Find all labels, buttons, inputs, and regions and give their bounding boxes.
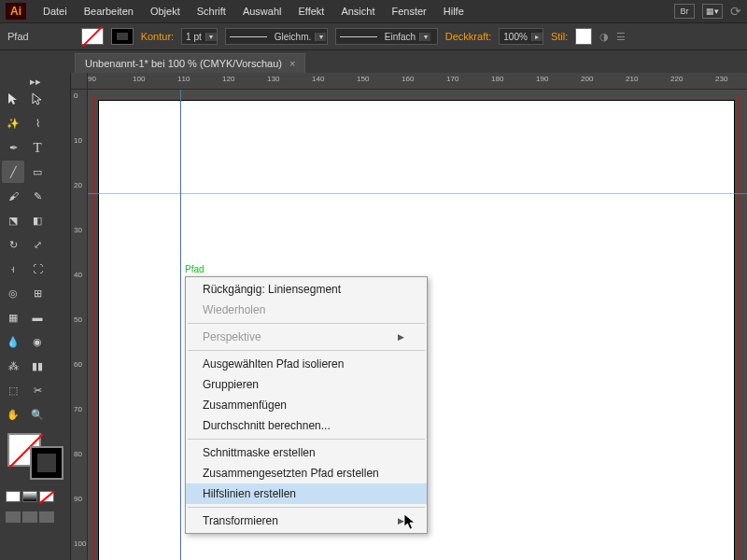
control-bar: Pfad Kontur: 1 pt▾ Gleichm.▾ Einfach▾ De…	[0, 22, 747, 50]
recolor-icon[interactable]: ◑	[599, 31, 609, 43]
fill-swatch[interactable]	[81, 28, 104, 45]
zoom-tool[interactable]: 🔍	[26, 403, 49, 426]
context-menu-item-label: Perspektive	[203, 330, 261, 343]
context-menu-item-label: Ausgewählten Pfad isolieren	[203, 357, 344, 371]
style-label[interactable]: Stil:	[551, 31, 568, 42]
context-menu-item[interactable]: Transformieren▶	[186, 511, 427, 531]
rectangle-tool[interactable]: ▭	[26, 161, 49, 183]
arrange-docs-icon[interactable]: ▦▾	[702, 4, 723, 19]
artboard-tool[interactable]: ⬚	[2, 379, 24, 401]
column-graph-tool[interactable]: ▮▮	[26, 355, 49, 377]
ruler-tick: 90	[74, 495, 82, 503]
color-mode-icon[interactable]	[6, 491, 21, 502]
context-menu-item[interactable]: Ausgewählten Pfad isolieren	[186, 354, 427, 374]
context-menu-item[interactable]: Gruppieren	[186, 374, 427, 395]
perspective-grid-tool[interactable]: ⊞	[26, 282, 49, 304]
blob-brush-tool[interactable]: ⬔	[2, 209, 24, 231]
lasso-tool[interactable]: ⌇	[26, 112, 49, 134]
eyedropper-tool[interactable]: 💧	[2, 330, 24, 353]
type-tool[interactable]: T	[26, 136, 49, 159]
stroke-profile-dropdown[interactable]: Gleichm.▾	[225, 28, 328, 45]
fill-stroke-control[interactable]	[7, 433, 63, 480]
context-menu-item[interactable]: Zusammengesetzten Pfad erstellen	[186, 463, 427, 483]
brush-dropdown[interactable]: Einfach▾	[335, 28, 438, 45]
ruler-tick: 170	[446, 75, 458, 83]
workspace: ▸▸ ✨ ⌇ ✒ T ╱ ▭ 🖌 ✎ ⬔ ◧ ↻ ⤢ ⫞ ⛶ ◎ ⊞ ▦ ▬ 💧…	[0, 73, 747, 560]
free-transform-tool[interactable]: ⛶	[26, 258, 49, 280]
context-menu-item: Perspektive▶	[186, 327, 427, 347]
direct-selection-tool[interactable]	[26, 88, 49, 110]
slice-tool[interactable]: ✂	[26, 379, 49, 401]
hand-tool[interactable]: ✋	[2, 403, 24, 426]
context-menu-item[interactable]: Zusammenfügen	[186, 395, 427, 415]
style-swatch[interactable]	[575, 28, 592, 45]
context-menu-item[interactable]: Hilfslinien erstellen	[186, 483, 427, 504]
menu-select[interactable]: Auswahl	[235, 3, 289, 20]
bridge-icon[interactable]: Br	[674, 4, 695, 19]
document-tab[interactable]: Unbenannt-1* bei 100 % (CMYK/Vorschau) ×	[75, 53, 305, 73]
sync-icon[interactable]: ⟳	[730, 4, 741, 19]
draw-normal-icon[interactable]	[6, 511, 21, 523]
align-icon[interactable]: ☰	[616, 31, 626, 43]
selection-tool[interactable]	[2, 88, 24, 110]
horizontal-ruler[interactable]: 9010011012013014015016017018019020021022…	[88, 73, 747, 90]
paintbrush-tool[interactable]: 🖌	[2, 185, 24, 207]
menu-window[interactable]: Fenster	[384, 3, 433, 20]
stroke-swatch-large[interactable]	[30, 446, 63, 480]
ruler-tick: 160	[402, 75, 414, 83]
eraser-tool[interactable]: ◧	[26, 209, 49, 231]
context-menu-item-label: Hilfslinien erstellen	[203, 487, 296, 500]
menu-file[interactable]: Datei	[35, 3, 75, 20]
scale-tool[interactable]: ⤢	[26, 233, 49, 256]
context-menu-separator	[188, 507, 425, 508]
ruler-tick: 60	[74, 360, 82, 369]
toolbox: ▸▸ ✨ ⌇ ✒ T ╱ ▭ 🖌 ✎ ⬔ ◧ ↻ ⤢ ⫞ ⛶ ◎ ⊞ ▦ ▬ 💧…	[0, 73, 71, 560]
vertical-ruler[interactable]: 0102030405060708090100110	[71, 90, 88, 560]
opacity-label[interactable]: Deckkraft:	[445, 31, 492, 42]
blend-tool[interactable]: ◉	[26, 330, 49, 353]
stroke-swatch[interactable]	[111, 28, 134, 45]
gradient-tool[interactable]: ▬	[26, 306, 49, 329]
menu-object[interactable]: Objekt	[143, 3, 188, 20]
symbol-sprayer-tool[interactable]: ⁂	[2, 355, 24, 377]
pencil-tool[interactable]: ✎	[26, 185, 49, 207]
ruler-tick: 150	[357, 75, 369, 83]
menu-effect[interactable]: Effekt	[290, 3, 331, 20]
ruler-tick: 40	[74, 271, 82, 279]
width-tool[interactable]: ⫞	[2, 258, 24, 280]
ruler-tick: 120	[222, 75, 234, 83]
mesh-tool[interactable]: ▦	[2, 306, 24, 329]
shape-builder-tool[interactable]: ◎	[2, 282, 24, 304]
stroke-label[interactable]: Kontur:	[141, 31, 174, 42]
menu-type[interactable]: Schrift	[190, 3, 233, 20]
tab-close-icon[interactable]: ×	[289, 58, 295, 69]
opacity-field[interactable]: 100%▸	[499, 28, 543, 45]
pen-tool[interactable]: ✒	[2, 136, 24, 159]
magic-wand-tool[interactable]: ✨	[2, 112, 24, 134]
menu-view[interactable]: Ansicht	[333, 3, 382, 20]
guide-horizontal[interactable]	[88, 193, 747, 194]
ruler-tick: 100	[133, 75, 145, 83]
selected-path[interactable]	[180, 101, 181, 560]
context-menu-item[interactable]: Schnittmaske erstellen	[186, 442, 427, 463]
menu-bar: Ai Datei Bearbeiten Objekt Schrift Auswa…	[0, 0, 747, 22]
ruler-tick: 30	[74, 226, 82, 234]
context-menu-item-label: Rückgängig: Liniensegment	[203, 283, 341, 296]
collapse-handle[interactable]: ▸▸	[2, 77, 68, 86]
context-menu-item[interactable]: Durchschnitt berechnen...	[186, 415, 427, 436]
rotate-tool[interactable]: ↻	[2, 233, 24, 256]
draw-inside-icon[interactable]	[39, 511, 54, 523]
context-menu-item[interactable]: Rückgängig: Liniensegment	[186, 279, 427, 300]
opacity-value: 100%	[500, 32, 531, 42]
stroke-weight-value: 1 pt	[182, 32, 205, 42]
draw-behind-icon[interactable]	[22, 511, 37, 523]
none-mode-icon[interactable]	[39, 491, 54, 502]
canvas-area[interactable]: 9010011012013014015016017018019020021022…	[71, 73, 747, 560]
brush-value: Einfach	[381, 32, 419, 42]
gradient-mode-icon[interactable]	[22, 491, 37, 502]
stroke-weight-field[interactable]: 1 pt▾	[181, 28, 218, 45]
menu-help[interactable]: Hilfe	[436, 3, 472, 20]
menu-edit[interactable]: Bearbeiten	[77, 3, 141, 20]
line-segment-tool[interactable]: ╱	[2, 161, 24, 183]
ruler-origin[interactable]	[71, 73, 88, 90]
